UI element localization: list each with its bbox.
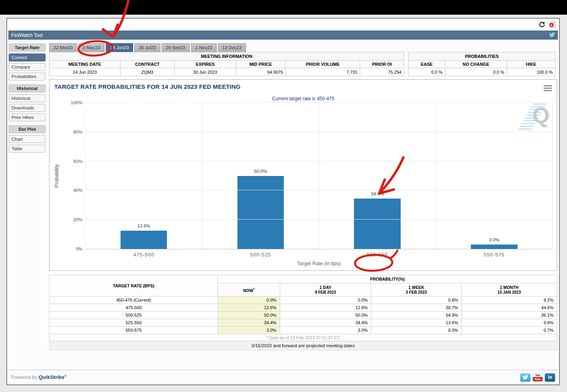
sidebar-item-table[interactable]: Table xyxy=(9,145,46,153)
twitter-icon[interactable] xyxy=(520,373,531,382)
contract-value: ZQM3 xyxy=(120,68,175,76)
month-value: 9.4% xyxy=(462,319,557,327)
tab-22-mar23[interactable]: 22 Mar23 xyxy=(49,43,77,52)
category-label-475-500: 475-500 xyxy=(86,252,202,258)
chart-subtitle: Current target rate is 450-475 xyxy=(50,96,557,101)
sidebar-item-probabilities[interactable]: Probabilities xyxy=(9,73,46,80)
sidebar-section-target-rate: Target Rate xyxy=(9,44,46,52)
y-tick-20%: 20% xyxy=(73,217,82,222)
data-as-of-row: * Data as of 10 Feb 2023 07:21:37 CT xyxy=(50,334,557,341)
category-500-525: 50.0%500-525 xyxy=(202,103,319,249)
week-value: 30.7% xyxy=(371,304,462,312)
svg-text:A: A xyxy=(550,23,553,27)
tab-1-nov23[interactable]: 1 Nov23 xyxy=(191,43,217,52)
table-row-500-525: 500-52550.0%50.0%54.9%36.1% xyxy=(50,312,557,319)
now-value: 12.6% xyxy=(218,304,280,312)
sidebar-item-prior-hikes[interactable]: Prior Hikes xyxy=(9,113,46,121)
month-value: 44.6% xyxy=(462,304,557,312)
day-value: 0.0% xyxy=(280,296,371,304)
sidebar-item-chart[interactable]: Chart xyxy=(9,135,46,143)
youtube-icon[interactable]: You Tube xyxy=(533,373,543,382)
col-1-month: 1 MONTH10 JAN 2023 xyxy=(462,283,557,296)
month-value: 0.7% xyxy=(462,327,557,334)
no-change-value: 0.0 % xyxy=(445,68,507,76)
day-value: 3.0% xyxy=(280,327,371,334)
data-as-of-note: * Data as of 10 Feb 2023 07:21:37 CT xyxy=(50,334,557,341)
rate-label: 525-550 xyxy=(50,319,218,327)
info-tables-row: MEETING INFORMATIONMEETING DATECONTRACTE… xyxy=(49,52,557,76)
chart-title: TARGET RATE PROBABILITIES FOR 14 JUN 202… xyxy=(54,83,241,90)
tab-3-may23[interactable]: 3 May23 xyxy=(78,43,105,52)
table-row-525-550: 525-55034.4%34.4%13.6%9.4% xyxy=(50,319,557,327)
now-value: 0.0% xyxy=(218,296,280,304)
bar-525-550[interactable] xyxy=(354,199,401,249)
y-tick-40%: 40% xyxy=(73,188,82,193)
week-value: 0.8% xyxy=(371,296,462,304)
header-bar: FedWatch Tool xyxy=(8,31,558,40)
bar-500-525[interactable] xyxy=(237,176,284,249)
tab-20-sep23[interactable]: 20 Sep23 xyxy=(162,43,190,52)
col-1-day: 1 DAY9 FEB 2023 xyxy=(280,283,371,296)
col-target-rate-bps: TARGET RATE (BPS) xyxy=(50,275,218,296)
day-value: 50.0% xyxy=(280,312,371,319)
bar-value-475-500: 12.6% xyxy=(137,224,151,228)
main-panel: 22 Mar233 May2314 Jun2326 Jul2320 Sep231… xyxy=(49,43,557,350)
x-axis-title: Target Rate (in bps) xyxy=(297,261,341,266)
sidebar-item-downloads[interactable]: Downloads xyxy=(9,104,46,112)
sidebar-section-historical: Historical xyxy=(9,84,46,92)
gridline-60% xyxy=(86,161,553,161)
hike-value: 100.0 % xyxy=(507,68,555,76)
bar-value-500-525: 50.0% xyxy=(254,169,267,174)
probabilities-summary-table: PROBABILITIESEASENO CHANGEHIKE0.0 %0.0 %… xyxy=(408,52,556,76)
tab-14-jun23[interactable]: 14 Jun23 xyxy=(106,43,133,52)
bar-475-500[interactable] xyxy=(120,231,167,249)
col-mid-price: MID PRICE xyxy=(236,61,285,68)
y-axis-title: Probability xyxy=(54,164,59,187)
gridline-20% xyxy=(86,219,553,220)
sidebar-item-historical[interactable]: Historical xyxy=(9,94,46,102)
bar-value-550-575: 3.0% xyxy=(489,237,499,242)
twitter-share-icon[interactable] xyxy=(549,32,555,38)
bar-value-525-550: 34.4% xyxy=(371,191,384,196)
col-hike: HIKE xyxy=(507,61,555,68)
table-row-450-475-current: 450-475 (Current)0.0%0.0%0.8%9.2% xyxy=(50,296,557,304)
ease-value: 0.0 % xyxy=(409,68,445,76)
bar-550-575[interactable] xyxy=(471,245,517,249)
rate-label: 475-500 xyxy=(50,304,218,312)
footer-bar: Powered by QuikStrike® You Tube in xyxy=(7,370,559,384)
y-tick-0%: 0% xyxy=(76,247,82,251)
probabilities-title: PROBABILITIES xyxy=(409,52,556,61)
sidebar-item-compare[interactable]: Compare xyxy=(9,63,46,71)
tab-26-jul23[interactable]: 26 Jul23 xyxy=(134,43,160,52)
day-value: 34.4% xyxy=(280,319,371,327)
mid-price-value: 94.9075 xyxy=(236,68,285,76)
week-value: 0.0% xyxy=(371,327,462,334)
probability-history-table: TARGET RATE (BPS)PROBABILITY(%)NOW*1 DAY… xyxy=(49,275,557,341)
sidebar: Target RateCurrentCompareProbabilitiesHi… xyxy=(9,43,46,350)
tab-13-dec23[interactable]: 13 Dec23 xyxy=(218,43,246,52)
y-tick-80%: 80% xyxy=(73,130,82,134)
now-value: 34.4% xyxy=(218,319,280,327)
expires-value: 30 Jun 2023 xyxy=(174,68,236,76)
col-now: NOW* xyxy=(218,283,280,296)
prior-oi-value: 75,254 xyxy=(360,68,404,76)
pdf-export-icon[interactable]: A xyxy=(549,21,556,28)
day-value: 12.6% xyxy=(280,304,371,312)
chart-menu-icon[interactable] xyxy=(543,83,553,93)
linkedin-icon[interactable]: in xyxy=(545,373,555,382)
plot-grid: 12.6%475-50050.0%500-52534.4%525-5503.0%… xyxy=(85,103,553,249)
plot-area: Probability 12.6%475-50050.0%500-52534.4… xyxy=(85,103,553,249)
col-contract: CONTRACT xyxy=(120,61,175,68)
category-475-500: 12.6%475-500 xyxy=(86,103,202,249)
col-prior-volume: PRIOR VOLUME xyxy=(286,61,360,68)
now-value: 3.0% xyxy=(218,327,280,334)
col-no-change: NO CHANGE xyxy=(445,61,507,68)
table-row-475-500: 475-50012.6%12.6%30.7%44.6% xyxy=(50,304,557,312)
col-1-week: 1 WEEK3 FEB 2023 xyxy=(371,283,462,296)
sidebar-item-current[interactable]: Current xyxy=(9,54,46,61)
probability-group-header: PROBABILITY(%) xyxy=(218,275,557,283)
quikstrike-brand[interactable]: QuikStrike xyxy=(39,375,65,381)
gridline-40% xyxy=(86,190,553,190)
refresh-icon[interactable] xyxy=(538,21,546,28)
fedwatch-window: A FedWatch Tool Target RateCurrentCompar… xyxy=(6,18,560,385)
